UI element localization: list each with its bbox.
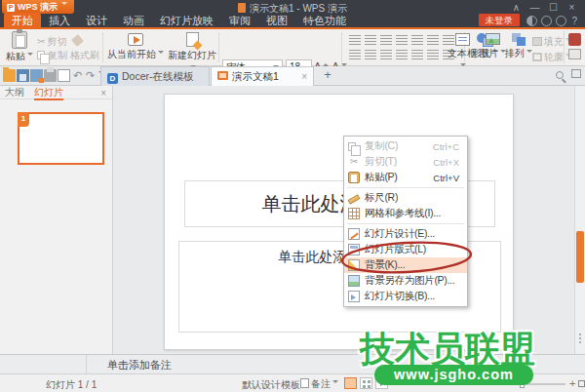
slide-layout-icon: [348, 244, 360, 255]
menu-item-ruler[interactable]: 标尺(R): [344, 190, 467, 206]
arrange-label: 排列: [505, 48, 525, 59]
message-icon[interactable]: [541, 16, 552, 26]
chevron-down-icon: [332, 380, 338, 386]
notes-placeholder[interactable]: 单击添加备注: [107, 358, 172, 372]
background-icon: [348, 259, 360, 271]
align-right-icon[interactable]: [380, 50, 392, 59]
play-slideshow-button[interactable]: [375, 377, 388, 389]
tab-home[interactable]: 开始: [4, 13, 41, 27]
vertical-scrollbar[interactable]: [574, 86, 585, 354]
menu-item-slide-layout[interactable]: 幻灯片版式(L): [344, 242, 467, 257]
format-painter-button[interactable]: 格式刷: [70, 50, 99, 60]
slide-sorter-view-button[interactable]: [360, 377, 372, 389]
tab-special-features[interactable]: 特色功能: [295, 13, 354, 27]
save-background-icon: [348, 275, 360, 287]
textbox-icon: [455, 33, 470, 46]
close-button[interactable]: ×: [563, 2, 581, 13]
copy-icon: [37, 51, 45, 59]
fit-to-window-icon[interactable]: [578, 380, 585, 387]
document-icon: [238, 3, 246, 13]
cut-button[interactable]: ✂剪切: [37, 34, 99, 48]
notes-toggle-label[interactable]: 备注: [311, 378, 331, 389]
paste-label: 粘贴: [6, 51, 25, 61]
zoom-slider-thumb[interactable]: [520, 380, 525, 388]
menu-item-label: 复制(C): [365, 139, 398, 153]
maximize-button[interactable]: ☐: [544, 2, 563, 13]
line-spacing-icon[interactable]: [427, 50, 439, 59]
paste-button[interactable]: 粘贴: [5, 31, 34, 63]
outline-icon: [532, 53, 542, 61]
menu-item-paste[interactable]: 粘贴(P)Ctrl+V: [344, 170, 467, 185]
undo-icon[interactable]: ↶: [71, 69, 84, 82]
increase-indent-icon[interactable]: [396, 35, 408, 45]
zoom-in-button[interactable]: +: [569, 377, 575, 389]
print-icon[interactable]: [44, 69, 57, 82]
normal-view-button[interactable]: [344, 377, 357, 389]
resize-grip-icon: [579, 333, 581, 335]
align-center-icon[interactable]: [365, 50, 376, 59]
scissors-icon: ✂: [37, 36, 45, 47]
store-icon[interactable]: [556, 16, 566, 26]
minimize-button[interactable]: —: [526, 2, 544, 13]
menu-item-label: 背景另存为图片(P)...: [365, 274, 454, 288]
justify-icon[interactable]: [396, 50, 408, 59]
numbered-list-icon[interactable]: [365, 35, 376, 45]
slide-indicator: 幻灯片 1 / 1: [46, 378, 97, 392]
menu-item-slide-design[interactable]: 幻灯片设计(E)...: [344, 226, 467, 242]
collapse-ribbon-button[interactable]: ∧: [507, 2, 526, 13]
help-icon[interactable]: ?: [571, 16, 577, 26]
menu-item-background[interactable]: 背景(K)...: [344, 257, 467, 273]
text-direction-icon[interactable]: [411, 35, 423, 45]
close-tab-icon[interactable]: ×: [301, 67, 307, 86]
notes-toggle-icon[interactable]: [300, 378, 309, 388]
tab-animation[interactable]: 动画: [115, 13, 152, 27]
menu-item-grid-guides[interactable]: 网格和参考线(I)...: [344, 206, 467, 221]
tab-docer-templates[interactable]: DDocer-在线模板×: [100, 66, 210, 86]
copy-button[interactable]: 复制: [48, 50, 67, 60]
decrease-indent-icon[interactable]: [380, 35, 392, 45]
task-pane-icon[interactable]: [568, 49, 581, 59]
new-tab-button[interactable]: +: [320, 67, 335, 82]
template-name[interactable]: 默认设计模板: [242, 378, 300, 392]
columns-icon[interactable]: [427, 35, 439, 45]
export-icon[interactable]: [30, 69, 43, 82]
from-current-label: 从当前开始: [107, 49, 156, 59]
menu-item-copy[interactable]: 复制(C)Ctrl+C: [344, 138, 467, 154]
picture-icon: [486, 33, 500, 45]
search-icon[interactable]: [556, 71, 564, 79]
menu-item-cut[interactable]: ✂剪切(T)Ctrl+X: [344, 154, 467, 170]
tab-slideshow[interactable]: 幻灯片放映: [152, 13, 221, 27]
skin-icon[interactable]: [526, 16, 537, 26]
zoom-slider[interactable]: [444, 383, 566, 385]
switch-view-icon[interactable]: [571, 69, 581, 78]
find-replace-icon[interactable]: [568, 33, 581, 46]
bullet-list-icon[interactable]: [349, 35, 361, 45]
textbox-label: 文本框: [448, 48, 477, 59]
menu-divider: [347, 223, 464, 224]
divider: [86, 355, 87, 373]
tab-insert[interactable]: 插入: [41, 13, 78, 27]
login-button[interactable]: 未登录: [479, 14, 521, 26]
print-preview-icon[interactable]: [58, 69, 70, 82]
tab-outline[interactable]: 大纲: [5, 87, 24, 98]
tab-presentation1[interactable]: 演示文稿1×: [211, 66, 314, 87]
align-left-icon[interactable]: [349, 50, 361, 59]
tab-review[interactable]: 审阅: [221, 13, 258, 27]
redo-icon[interactable]: ↷: [84, 69, 97, 82]
tab-slides[interactable]: 幻灯片: [34, 87, 63, 100]
scrollbar-thumb[interactable]: [576, 231, 584, 283]
from-current-slide-button[interactable]: 从当前开始: [107, 31, 164, 61]
tab-view[interactable]: 视图: [258, 13, 295, 27]
arrange-button[interactable]: 排列: [502, 31, 535, 60]
distribute-icon[interactable]: [411, 50, 423, 59]
menu-item-slide-transition[interactable]: 幻灯片切换(B)...: [344, 289, 467, 304]
menu-item-label: 背景(K)...: [365, 258, 405, 272]
slide-thumbnail-1[interactable]: 1: [18, 112, 104, 165]
notes-bar[interactable]: 单击添加备注: [0, 354, 585, 373]
tab-design[interactable]: 设计: [78, 13, 115, 27]
open-file-icon[interactable]: [3, 69, 16, 82]
save-icon[interactable]: [17, 69, 29, 82]
close-panel-icon[interactable]: ×: [100, 87, 106, 99]
docer-icon: D: [107, 73, 118, 84]
menu-item-save-background-as-picture[interactable]: 背景另存为图片(P)...: [344, 273, 467, 289]
